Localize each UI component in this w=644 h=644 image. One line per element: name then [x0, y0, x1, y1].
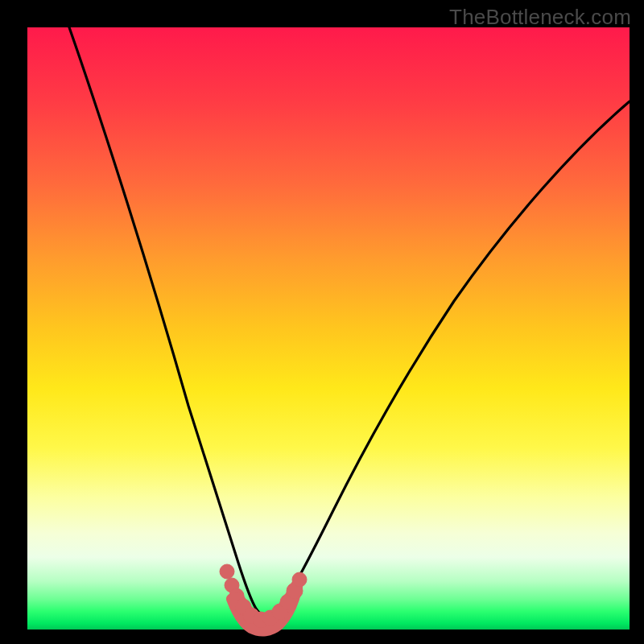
svg-point-0 — [220, 564, 234, 579]
plot-area — [27, 27, 630, 630]
svg-point-10 — [292, 572, 307, 587]
bottleneck-curve — [69, 27, 630, 617]
curve-layer — [27, 27, 630, 630]
optimal-range-highlight — [220, 564, 307, 630]
watermark-text: TheBottleneck.com — [449, 5, 631, 30]
chart-container: TheBottleneck.com — [0, 0, 644, 644]
